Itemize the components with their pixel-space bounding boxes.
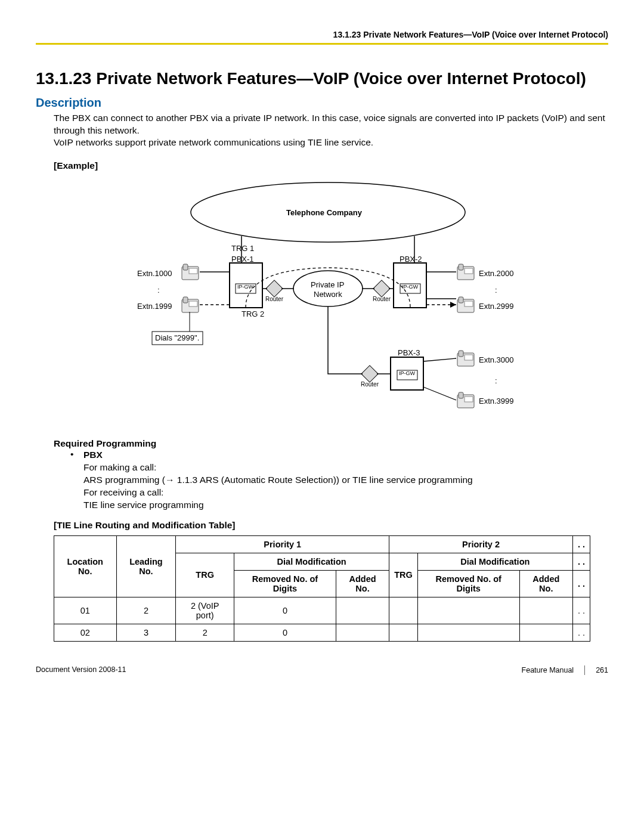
router-label-2: Router	[373, 296, 391, 302]
svg-rect-10	[266, 280, 283, 297]
colon-1: :	[157, 286, 160, 295]
extn3999-label: Extn.3999	[479, 397, 514, 405]
svg-rect-11	[373, 280, 390, 297]
svg-rect-43	[465, 397, 473, 402]
th-priority2: Priority 2	[389, 535, 573, 553]
th-added-1: Added No.	[336, 570, 389, 597]
cell-add	[336, 597, 389, 624]
th-trg-2: TRG	[389, 553, 418, 597]
th-leading-no: Leading No.	[116, 535, 176, 597]
extn2000-label: Extn.2000	[479, 269, 514, 278]
cell-add	[336, 624, 389, 641]
th-dots-1: . .	[572, 535, 590, 553]
table-row: 01 2 2 (VoIP port) 0 . .	[54, 597, 590, 624]
svg-rect-36	[459, 297, 463, 303]
required-programming: Required Programming • PBX For making a …	[54, 438, 608, 531]
tie-table-heading: [TIE Line Routing and Modification Table…	[54, 520, 608, 531]
cell-rem: 0	[234, 597, 336, 624]
cell-rem2	[417, 624, 519, 641]
pbx2-label: PBX-2	[400, 255, 422, 264]
pbx-l3: For receiving a call:	[83, 487, 163, 497]
svg-rect-33	[459, 264, 463, 270]
footer-separator	[584, 665, 585, 675]
svg-rect-30	[183, 297, 188, 303]
top-rule	[36, 43, 608, 45]
trg2-label: TRG 2	[242, 309, 264, 318]
cell-loc: 01	[54, 597, 117, 624]
description-body: The PBX can connect to another PBX via a…	[54, 112, 608, 150]
pbx-bullet: • PBX For making a call: ARS programming…	[70, 449, 608, 512]
svg-rect-39	[459, 351, 463, 357]
th-removed-2: Removed No. of Digits	[417, 570, 519, 597]
extn1999-label: Extn.1999	[137, 302, 172, 311]
dials-label: Dials "2999".	[155, 333, 199, 342]
telco-label: Telephone Company	[286, 208, 362, 217]
th-removed-1: Removed No. of Digits	[234, 570, 336, 597]
pbx1-label: PBX-1	[231, 255, 254, 264]
footer-manual-name: Feature Manual	[522, 666, 574, 674]
ipgw-label-1: IP-GW	[237, 284, 253, 290]
cell-trg: 2	[176, 624, 234, 641]
cell-lead: 3	[116, 624, 176, 641]
desc-p2: VoIP networks support private network co…	[54, 137, 373, 147]
svg-rect-37	[465, 301, 473, 306]
cell-trg2	[389, 624, 418, 641]
th-trg-1: TRG	[176, 553, 234, 597]
svg-line-24	[423, 358, 456, 361]
table-row: 02 3 2 0 . .	[54, 624, 590, 641]
th-added-2: Added No.	[519, 570, 572, 597]
th-location-no: Location No.	[54, 535, 117, 597]
pbx-bullet-title: PBX	[83, 450, 103, 460]
pbx-l4: TIE line service programming	[83, 500, 204, 510]
running-header: 13.1.23 Private Network Features—VoIP (V…	[36, 30, 608, 39]
svg-rect-27	[183, 264, 188, 270]
th-dots-2: . .	[572, 553, 590, 570]
th-dialmod-1: Dial Modification	[234, 553, 389, 570]
svg-rect-34	[465, 268, 473, 274]
private-ip-label: Private IP	[311, 280, 344, 289]
page: 13.1.23 Private Network Features—VoIP (V…	[0, 0, 644, 699]
colon-2: :	[495, 286, 497, 295]
cell-trg: 2 (VoIP port)	[176, 597, 234, 624]
ipgw-label-3: IP-GW	[399, 370, 415, 376]
cell-trg2	[389, 597, 418, 624]
svg-rect-31	[189, 301, 197, 306]
cell-rem: 0	[234, 624, 336, 641]
network-diagram: Telephone Company TRG 1 PBX-1 PBX-2 PBX-…	[125, 179, 531, 424]
svg-rect-28	[189, 268, 197, 274]
phone-icon	[457, 264, 474, 280]
desc-p1: The PBX can connect to another PBX via a…	[54, 113, 605, 135]
svg-line-25	[423, 387, 456, 400]
cell-rem2	[417, 597, 519, 624]
extn2999-label: Extn.2999	[479, 302, 514, 311]
th-dialmod-2: Dial Modification	[417, 553, 572, 570]
pbx-l2: ARS programming (→ 1.1.3 ARS (Automatic …	[83, 475, 473, 485]
svg-rect-40	[465, 355, 473, 360]
extn3000-label: Extn.3000	[479, 355, 514, 364]
extn1000-label: Extn.1000	[137, 269, 172, 278]
req-prog-heading: Required Programming	[54, 438, 608, 449]
section-title: 13.1.23 Private Network Features—VoIP (V…	[36, 69, 608, 89]
tie-routing-table: Location No. Leading No. Priority 1 Prio…	[54, 535, 590, 642]
colon-3: :	[495, 376, 497, 385]
trg1-label: TRG 1	[231, 244, 254, 253]
phone-icon	[182, 297, 199, 312]
cell-dots: . .	[572, 597, 590, 624]
description-heading: Description	[36, 96, 608, 110]
phone-icon	[182, 264, 199, 280]
phone-icon	[457, 392, 474, 408]
ipgw-label-2: IP-GW	[402, 284, 418, 290]
bullet-icon: •	[70, 449, 83, 512]
svg-rect-12	[361, 366, 378, 382]
router-label-1: Router	[265, 296, 283, 302]
router-label-3: Router	[361, 381, 379, 388]
pbx3-label: PBX-3	[398, 348, 420, 357]
th-priority1: Priority 1	[176, 535, 389, 553]
network-label: Network	[314, 290, 342, 299]
cell-add2	[519, 597, 572, 624]
footer-doc-version: Document Version 2008-11	[36, 665, 126, 675]
phone-icon	[457, 351, 474, 366]
cell-lead: 2	[116, 597, 176, 624]
th-dots-3: . .	[572, 570, 590, 597]
cell-add2	[519, 624, 572, 641]
